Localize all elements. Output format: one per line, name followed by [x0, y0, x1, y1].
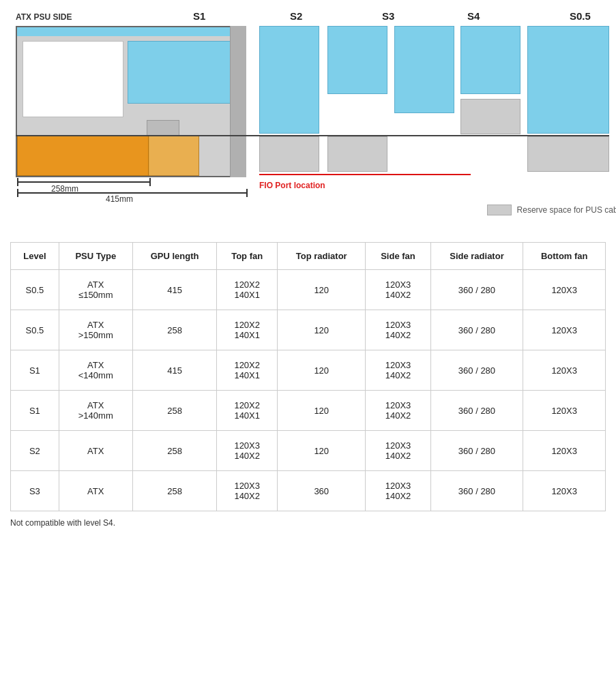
legend: Reserve space for PUS cable	[487, 205, 616, 215]
cell-r4-c7: 120X3	[523, 431, 606, 471]
hline-fio	[259, 174, 471, 175]
cell-r4-c3: 120X3 140X2	[217, 431, 278, 471]
cell-r3-c2: 258	[132, 391, 217, 431]
col-psu-type: PSU Type	[59, 243, 132, 270]
s05-slot-gray	[527, 136, 609, 172]
label-s05: S0.5	[570, 10, 591, 22]
s1-slot-top	[259, 26, 319, 134]
label-s2: S2	[290, 10, 302, 22]
label-s4: S4	[467, 10, 480, 22]
case-gpu	[128, 41, 235, 104]
cell-r0-c5: 120X3 140X2	[366, 270, 430, 310]
cell-r1-c4: 120	[278, 310, 366, 350]
s05-slot-top	[527, 26, 609, 134]
table-header-row: Level PSU Type GPU length Top fan Top ra…	[11, 243, 606, 270]
s2-slot-mid	[327, 136, 387, 172]
col-side-radiator: Side radiator	[430, 243, 523, 270]
case-psu-right	[148, 135, 199, 176]
cell-r0-c6: 360 / 280	[430, 270, 523, 310]
label-s3: S3	[382, 10, 394, 22]
legend-text: Reserve space for PUS cable	[517, 205, 616, 215]
cell-r1-c1: ATX >150mm	[59, 310, 132, 350]
col-gpu-length: GPU length	[132, 243, 217, 270]
col-side-fan: Side fan	[366, 243, 430, 270]
measure-258-line	[17, 181, 149, 183]
measure-415: 415mm	[106, 194, 133, 204]
col-top-fan: Top fan	[217, 243, 278, 270]
cell-r2-c7: 120X3	[523, 350, 606, 391]
table-row: S1ATX >140mm258120X2 140X1120120X3 140X2…	[11, 391, 606, 431]
s3-slot-top	[394, 26, 454, 113]
table-row: S0.5ATX ≤150mm415120X2 140X1120120X3 140…	[11, 270, 606, 310]
cell-r5-c5: 120X3 140X2	[366, 471, 430, 511]
cell-r5-c1: ATX	[59, 471, 132, 511]
table-row: S1ATX <140mm415120X2 140X1120120X3 140X2…	[11, 350, 606, 391]
cell-r4-c1: ATX	[59, 431, 132, 471]
cell-r5-c2: 258	[132, 471, 217, 511]
label-atx-psu: ATX PSU SIDE	[16, 12, 72, 22]
table-row: S2ATX258120X3 140X2120120X3 140X2360 / 2…	[11, 431, 606, 471]
col-bottom-fan: Bottom fan	[523, 243, 606, 270]
s4-slot-gray	[460, 99, 520, 134]
compatibility-table: Level PSU Type GPU length Top fan Top ra…	[10, 242, 606, 511]
s4-slot-top	[460, 26, 520, 94]
cell-r2-c1: ATX <140mm	[59, 350, 132, 391]
cell-r0-c0: S0.5	[11, 270, 59, 310]
table-row: S3ATX258120X3 140X2360120X3 140X2360 / 2…	[11, 471, 606, 511]
cell-r4-c6: 360 / 280	[430, 431, 523, 471]
cell-r0-c1: ATX ≤150mm	[59, 270, 132, 310]
s1-slot-mid	[259, 136, 319, 172]
cell-r1-c7: 120X3	[523, 310, 606, 350]
cell-r4-c0: S2	[11, 431, 59, 471]
cell-r4-c4: 120	[278, 431, 366, 471]
col-level: Level	[11, 243, 59, 270]
case-side-panel	[230, 26, 246, 177]
cell-r0-c4: 120	[278, 270, 366, 310]
cell-r3-c0: S1	[11, 391, 59, 431]
cell-r3-c3: 120X2 140X1	[217, 391, 278, 431]
cell-r5-c7: 120X3	[523, 471, 606, 511]
footnote: Not compatible with level S4.	[10, 518, 606, 528]
cell-r4-c5: 120X3 140X2	[366, 431, 430, 471]
cell-r2-c5: 120X3 140X2	[366, 350, 430, 391]
table-row: S0.5ATX >150mm258120X2 140X1120120X3 140…	[11, 310, 606, 350]
case-cyan-top	[17, 27, 245, 36]
cell-r5-c0: S3	[11, 471, 59, 511]
cell-r2-c4: 120	[278, 350, 366, 391]
measure-415-line	[17, 192, 246, 194]
cell-r3-c5: 120X3 140X2	[366, 391, 430, 431]
case-psu-left	[17, 135, 149, 176]
cell-r0-c3: 120X2 140X1	[217, 270, 278, 310]
cell-r2-c6: 360 / 280	[430, 350, 523, 391]
cell-r1-c5: 120X3 140X2	[366, 310, 430, 350]
table-section: Level PSU Type GPU length Top fan Top ra…	[10, 242, 606, 528]
cell-r3-c1: ATX >140mm	[59, 391, 132, 431]
case-bracket	[147, 120, 179, 136]
legend-box	[487, 205, 512, 215]
cell-r0-c2: 415	[132, 270, 217, 310]
s2-slot-top	[327, 26, 387, 94]
cell-r5-c3: 120X3 140X2	[217, 471, 278, 511]
cell-r5-c6: 360 / 280	[430, 471, 523, 511]
cell-r1-c2: 258	[132, 310, 217, 350]
cell-r1-c6: 360 / 280	[430, 310, 523, 350]
cell-r5-c4: 360	[278, 471, 366, 511]
case-mobo	[23, 41, 123, 117]
diagram-section: ATX PSU SIDE S1 S2 S3 S4 S0.5 FIO Port l…	[10, 7, 616, 222]
cell-r4-c2: 258	[132, 431, 217, 471]
cell-r2-c2: 415	[132, 350, 217, 391]
cell-r1-c3: 120X2 140X1	[217, 310, 278, 350]
cell-r2-c3: 120X2 140X1	[217, 350, 278, 391]
cell-r2-c0: S1	[11, 350, 59, 391]
cell-r3-c6: 360 / 280	[430, 391, 523, 431]
cell-r3-c4: 120	[278, 391, 366, 431]
cell-r1-c0: S0.5	[11, 310, 59, 350]
col-top-radiator: Top radiator	[278, 243, 366, 270]
cell-r3-c7: 120X3	[523, 391, 606, 431]
label-s1: S1	[193, 10, 205, 22]
fio-label: FIO Port location	[259, 181, 325, 190]
cell-r0-c7: 120X3	[523, 270, 606, 310]
